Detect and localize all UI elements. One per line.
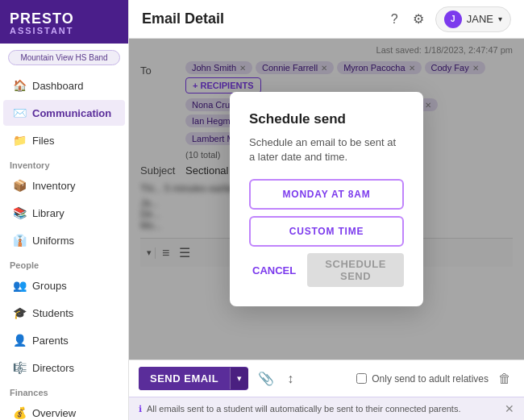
inventory-icon: 📦: [13, 179, 26, 192]
sidebar-item-label: Directors: [32, 362, 74, 374]
schedule-send-button[interactable]: SCHEDULE SEND: [307, 253, 404, 287]
format-icon[interactable]: ↕: [284, 368, 297, 389]
delete-button[interactable]: 🗑: [495, 368, 514, 389]
adult-only-checkbox[interactable]: [356, 373, 367, 384]
sidebar-item-students[interactable]: 🎓 Students: [3, 300, 125, 326]
user-name: JANE: [467, 13, 493, 25]
parents-icon: 👤: [13, 334, 26, 347]
app-sub: ASSISTANT: [10, 26, 119, 35]
info-close-button[interactable]: ✕: [505, 402, 514, 415]
sidebar-item-parents[interactable]: 👤 Parents: [3, 327, 125, 353]
finances-icon: 💰: [13, 406, 26, 419]
sidebar-item-label: Uniforms: [32, 235, 74, 247]
help-button[interactable]: ?: [388, 9, 401, 30]
sidebar-item-overview[interactable]: 💰 Overview: [3, 400, 125, 420]
email-toolbar: SEND EMAIL ▾ 📎 ↕ Only send to adult rela…: [129, 360, 524, 397]
sidebar-item-label: Parents: [32, 335, 69, 347]
sidebar-item-label: Students: [32, 307, 73, 319]
home-icon: 🏠: [13, 79, 26, 92]
sidebar-item-uniforms[interactable]: 👔 Uniforms: [3, 227, 125, 253]
sidebar-item-dashboard[interactable]: 🏠 Dashboard: [3, 73, 125, 98]
info-icon: ℹ: [139, 404, 142, 414]
library-icon: 📚: [13, 206, 26, 219]
attach-icon[interactable]: 📎: [255, 368, 277, 389]
send-dropdown-button[interactable]: ▾: [230, 368, 248, 389]
custom-time-button[interactable]: CUSTOM TIME: [249, 216, 404, 247]
topbar: Email Detail ? ⚙ J JANE ▾: [129, 0, 524, 39]
finances-section-label: Finances: [0, 381, 128, 399]
org-badge[interactable]: Mountain View HS Band: [8, 50, 120, 65]
inventory-section-label: Inventory: [0, 154, 128, 172]
monday-8am-button[interactable]: MONDAY AT 8AM: [249, 179, 404, 210]
sidebar-item-library[interactable]: 📚 Library: [3, 200, 125, 226]
user-menu[interactable]: J JANE ▾: [435, 6, 511, 32]
modal-overlay: Schedule send Schedule an email to be se…: [129, 39, 524, 360]
sidebar-item-label: Groups: [32, 280, 67, 292]
modal-description: Schedule an email to be sent at a later …: [249, 135, 404, 164]
sidebar-item-label: Inventory: [32, 180, 75, 192]
sidebar-item-label: Library: [32, 207, 64, 219]
page-title: Email Detail: [142, 10, 224, 27]
send-button-group: SEND EMAIL ▾: [139, 367, 248, 390]
sidebar-item-directors[interactable]: 🎼 Directors: [3, 355, 125, 380]
sidebar-item-label: Dashboard: [32, 80, 84, 92]
schedule-send-modal: Schedule send Schedule an email to be se…: [230, 92, 423, 306]
sidebar-item-label: Communication: [32, 107, 111, 119]
email-icon: ✉️: [13, 106, 26, 119]
groups-icon: 👥: [13, 279, 26, 292]
main-content: Email Detail ? ⚙ J JANE ▾ Last saved: 1/…: [129, 0, 524, 420]
app-logo: PRESTO ASSISTANT: [0, 0, 128, 44]
folder-icon: 📁: [13, 134, 26, 147]
avatar: J: [444, 10, 462, 28]
directors-icon: 🎼: [13, 361, 26, 374]
sidebar-item-communication[interactable]: ✉️ Communication: [3, 100, 125, 126]
info-bar: ℹ All emails sent to a student will auto…: [129, 397, 524, 420]
sidebar-item-groups[interactable]: 👥 Groups: [3, 272, 125, 298]
people-section-label: People: [0, 254, 128, 272]
app-name: PRESTO: [10, 11, 119, 26]
uniforms-icon: 👔: [13, 234, 26, 247]
sidebar: PRESTO ASSISTANT Mountain View HS Band 🏠…: [0, 0, 129, 420]
info-bar-text: ℹ All emails sent to a student will auto…: [139, 404, 461, 414]
settings-button[interactable]: ⚙: [410, 8, 427, 30]
info-message: All emails sent to a student will automa…: [147, 404, 461, 414]
send-email-button[interactable]: SEND EMAIL: [139, 367, 230, 390]
modal-title: Schedule send: [249, 111, 404, 127]
chevron-down-icon: ▾: [498, 15, 502, 23]
topbar-actions: ? ⚙ J JANE ▾: [388, 6, 511, 32]
sidebar-item-label: Overview: [32, 407, 76, 419]
cancel-button[interactable]: CANCEL: [249, 253, 299, 287]
adult-checkbox-area: Only send to adult relatives: [356, 373, 489, 385]
adult-label: Only send to adult relatives: [372, 373, 489, 385]
sidebar-item-label: Files: [32, 135, 54, 147]
students-icon: 🎓: [13, 306, 26, 319]
sidebar-item-inventory[interactable]: 📦 Inventory: [3, 173, 125, 198]
sidebar-item-files[interactable]: 📁 Files: [3, 127, 125, 153]
modal-footer: CANCEL SCHEDULE SEND: [249, 253, 404, 287]
